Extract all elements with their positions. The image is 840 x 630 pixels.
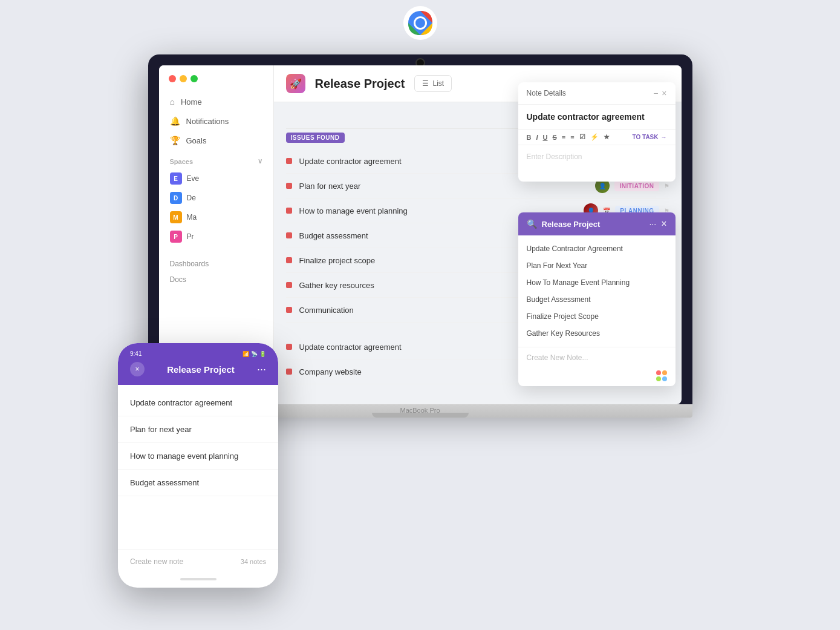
task-dot [286,208,292,214]
phone-close-button[interactable]: × [130,362,145,376]
app-dot-2 [662,370,667,375]
battery-icon: 🔋 [259,351,266,357]
to-task-button[interactable]: TO TASK → [633,134,667,140]
note-description-placeholder[interactable]: Enter Description [518,145,676,182]
delete-icon[interactable]: 🗑 [655,263,661,269]
list1-btn[interactable]: ≡ [562,134,565,141]
to-task-label: TO TASK [633,134,659,140]
strikethrough-btn[interactable]: S [552,134,556,141]
note-label: Gather Key Resources [527,329,600,338]
phone-header-title: Release Project [167,364,235,375]
right-panel-note-2[interactable]: How To Manage Event Planning [518,274,676,291]
phone-header: × Release Project ··· [130,357,266,385]
arrow-icon: → [661,134,667,140]
check-btn[interactable]: ☑ [579,133,585,141]
traffic-light-fullscreen[interactable] [190,75,198,82]
create-note-text[interactable]: Create new note [130,557,183,566]
note-label: How To Manage Event Planning [527,278,630,287]
right-panel-note-0[interactable]: Update Contractor Agreement [518,240,676,257]
note-minimize-icon[interactable]: − [653,88,658,98]
task-dot [286,344,292,350]
right-panel-note-5[interactable]: Gather Key Resources [518,325,676,342]
status-icons: 📶 📡 🔋 [243,351,266,357]
app-grid [656,370,667,381]
sidebar-item-goals[interactable]: 🏆 Goals [164,131,269,150]
task-name: Plan for next year [299,182,588,191]
wifi-icon: 📡 [251,351,258,357]
sidebar-item-notifications[interactable]: 🔔 Notifications [164,111,269,131]
sidebar-goals-label: Goals [186,136,207,145]
home-icon: ⌂ [170,97,175,107]
spaces-label: Spaces [170,158,194,165]
space-item-1[interactable]: D De [159,188,273,208]
space-dot-1: D [170,192,182,204]
star-btn[interactable]: ★ [604,133,610,141]
phone-footer: Create new note 34 notes [118,550,278,573]
create-note-placeholder[interactable]: Create New Note... [527,353,588,362]
signal-icon: 📶 [243,351,249,357]
italic-btn[interactable]: I [536,134,538,141]
phone-home-indicator [180,578,217,580]
bold-btn[interactable]: B [527,134,532,141]
add-icon[interactable]: + [663,263,667,269]
task-dot [286,257,292,263]
right-panel-header: 🔍 Release Project ··· × [518,212,676,235]
note-title-input[interactable]: Update contractor agreement [518,105,676,129]
right-panel-note-list: Update Contractor Agreement Plan For Nex… [518,235,676,347]
note-details-popup: Note Details − × Update contractor agree… [518,82,676,182]
note-label: Budget Assessment [527,295,591,304]
list-label: List [432,79,444,88]
phone-note-0[interactable]: Update contractor agreement [118,390,278,416]
more-icon[interactable]: ··· [649,219,656,229]
more-dots-icon[interactable]: ··· [257,363,266,376]
phone-note-3[interactable]: Budget assessment [118,470,278,496]
note-close-icon[interactable]: × [662,88,666,98]
right-panel: 🔍 Release Project ··· × Update Contracto… [518,212,676,386]
sidebar-nav: ⌂ Home 🔔 Notifications 🏆 Goals [159,92,273,150]
mobile-phone: 9:41 📶 📡 🔋 × Release Project ··· Update … [118,343,278,588]
edit-icon[interactable]: ✏ [640,263,645,269]
underline-btn[interactable]: U [543,134,548,141]
copy-icon[interactable]: ⊡ [648,263,653,269]
note-label: Update Contractor Agreement [527,244,623,253]
space-dot-3: P [170,231,182,243]
right-panel-note-4[interactable]: Finalize Project Scope [518,308,676,325]
flag-icon: ⚑ [664,183,669,189]
space-label-3: Pr [187,232,194,241]
phone-note-2[interactable]: How to manage event planning [118,443,278,470]
right-panel-note-3[interactable]: Budget Assessment [518,291,676,308]
space-item-2[interactable]: M Ma [159,208,273,227]
phone-note-list: Update contractor agreement Plan for nex… [118,385,278,501]
list2-btn[interactable]: ≡ [570,134,574,141]
sidebar-notifications-label: Notifications [186,117,229,126]
space-label-1: De [187,194,196,202]
link-btn[interactable]: ⚡ [590,133,599,141]
app-dot-3 [656,376,661,381]
traffic-lights [159,75,273,92]
close-icon[interactable]: × [661,218,666,229]
right-panel-note-1[interactable]: Plan For Next Year ✏ ⊡ 🗑 + [518,257,676,274]
sidebar-item-home[interactable]: ⌂ Home [164,92,269,111]
scene: ⌂ Home 🔔 Notifications 🏆 Goals [0,0,840,630]
note-label: Finalize Project Scope [527,312,599,321]
sidebar-docs[interactable]: Docs [159,272,273,287]
right-panel-title: Release Project [542,220,645,229]
traffic-light-close[interactable] [169,75,176,82]
list-view-tab[interactable]: ☰ List [414,75,452,92]
note-popup-header: Note Details − × [518,82,676,105]
bell-icon: 🔔 [170,116,180,126]
search-icon[interactable]: 🔍 [527,219,537,229]
svg-point-3 [415,18,425,28]
note-toolbar: B I U S ≡ ≡ ☑ ⚡ ★ TO TASK → [518,129,676,145]
chevron-icon: ∨ [258,157,262,165]
app-dot-4 [662,376,667,381]
phone-note-1[interactable]: Plan for next year [118,416,278,443]
traffic-light-minimize[interactable] [180,75,187,82]
task-dot [286,183,292,189]
space-item-0[interactable]: E Eve [159,169,273,188]
task-dot [286,158,292,164]
sidebar-dashboards[interactable]: Dashboards [159,256,273,272]
task-dot [286,232,292,238]
space-item-3[interactable]: P Pr [159,227,273,246]
note-popup-title: Note Details [527,89,566,97]
